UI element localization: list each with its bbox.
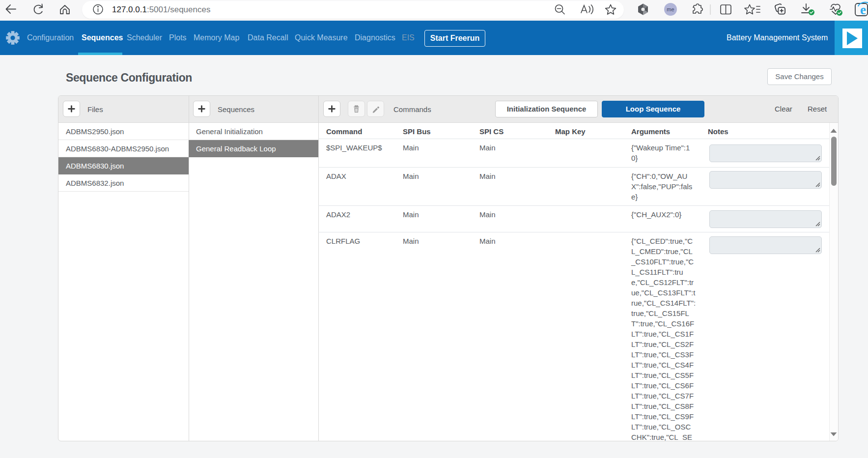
svg-text:me: me — [667, 6, 674, 12]
svg-text:e: e — [860, 2, 866, 17]
